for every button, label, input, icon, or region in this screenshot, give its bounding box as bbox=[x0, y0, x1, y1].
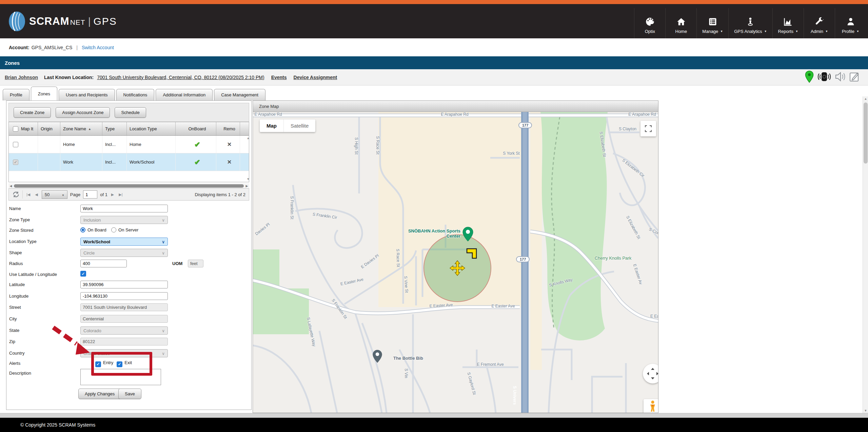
onboard-check-icon bbox=[194, 140, 200, 149]
zone-resize-handle-icon[interactable] bbox=[466, 246, 479, 259]
nav-item-profile[interactable]: Profile bbox=[835, 8, 866, 42]
page-vertical-scrollbar[interactable]: ▲ ▼ bbox=[863, 96, 868, 413]
fullscreen-button[interactable] bbox=[640, 121, 656, 136]
chevron-down-icon bbox=[162, 239, 165, 244]
scroll-up-arrow[interactable]: ▲ bbox=[246, 136, 251, 140]
snobahn-poi-pin[interactable] bbox=[462, 227, 474, 242]
column-header-origin[interactable]: Origin bbox=[38, 122, 60, 135]
nav-item-manage[interactable]: Manage bbox=[696, 8, 728, 42]
uom-input bbox=[188, 260, 203, 267]
client-name-link[interactable]: Brian Johnson bbox=[5, 75, 38, 80]
on-board-label: On Board bbox=[87, 227, 106, 232]
map-it-checkbox[interactable] bbox=[13, 142, 18, 147]
column-label: Map It bbox=[21, 126, 33, 131]
column-header-zone-name[interactable]: Zone Name bbox=[60, 122, 102, 135]
last-page-button[interactable]: ▶| bbox=[118, 192, 123, 197]
table-row-home[interactable]: Home Incl... Home bbox=[9, 136, 249, 153]
scroll-up-arrow[interactable]: ▲ bbox=[863, 97, 868, 100]
map-canvas[interactable]: 177 177 E Arapahoe RdE Arapahoe RdE Arap… bbox=[253, 112, 658, 413]
schedule-button[interactable]: Schedule bbox=[115, 107, 146, 118]
map-type-map-button[interactable]: Map bbox=[260, 119, 283, 132]
chevron-down-icon bbox=[162, 328, 165, 333]
prev-page-button[interactable]: ◀ bbox=[34, 192, 39, 197]
scramnet-gps-logo: SCRAMNET|GPS bbox=[8, 11, 117, 32]
bottom-scroll-strip[interactable] bbox=[0, 413, 868, 418]
cell-location-type: Home bbox=[127, 136, 176, 153]
column-header-remove[interactable]: Remo bbox=[216, 122, 240, 135]
description-textarea[interactable] bbox=[80, 369, 161, 385]
page-size-select[interactable]: 50 bbox=[42, 190, 67, 199]
scrollbar-thumb[interactable] bbox=[14, 184, 244, 188]
pagination-bar: |◀ ◀ 50 Page of 1 ▶ ▶| Displaying items … bbox=[8, 188, 249, 201]
refresh-icon[interactable] bbox=[12, 191, 20, 198]
device-assignment-link[interactable]: Device Assignment bbox=[294, 75, 337, 80]
entry-label: Entry bbox=[103, 360, 113, 365]
use-latlng-checkbox[interactable] bbox=[80, 271, 86, 277]
cell-zone-name: Home bbox=[60, 136, 102, 153]
switch-account-link[interactable]: Switch Account bbox=[82, 45, 114, 50]
nav-item-reports[interactable]: Reports bbox=[772, 8, 804, 42]
longitude-input[interactable] bbox=[80, 292, 168, 300]
page-number-input[interactable] bbox=[83, 190, 97, 199]
nav-item-home[interactable]: Home bbox=[665, 8, 696, 42]
pan-control[interactable] bbox=[643, 364, 658, 383]
save-button[interactable]: Save bbox=[118, 389, 141, 399]
account-bar: Account: GPS_AMSLive_CS | Switch Account bbox=[0, 38, 868, 56]
speaker-icon[interactable] bbox=[835, 71, 846, 82]
nav-item-admin[interactable]: Admin bbox=[804, 8, 835, 42]
scroll-down-arrow[interactable]: ▼ bbox=[246, 177, 251, 181]
on-server-radio[interactable] bbox=[111, 227, 116, 232]
nav-item-optix[interactable]: Optix bbox=[634, 8, 665, 42]
latitude-input[interactable] bbox=[80, 281, 168, 288]
location-pin-icon[interactable] bbox=[805, 71, 814, 83]
map-it-checkbox[interactable] bbox=[13, 159, 18, 165]
select-all-checkbox[interactable] bbox=[13, 126, 18, 132]
create-zone-button[interactable]: Create Zone bbox=[14, 107, 51, 118]
on-board-radio[interactable] bbox=[80, 227, 85, 232]
radius-input[interactable] bbox=[80, 260, 127, 267]
page-size-value: 50 bbox=[45, 192, 50, 197]
remove-zone-icon[interactable] bbox=[227, 159, 232, 165]
table-vertical-scrollbar[interactable]: ▲ ▼ bbox=[246, 136, 251, 181]
tab-users-and-recipients[interactable]: Users and Recipients bbox=[59, 89, 115, 100]
pegman-control[interactable] bbox=[644, 399, 658, 413]
column-header-type[interactable]: Type bbox=[102, 122, 127, 135]
zone-move-handle-icon[interactable] bbox=[449, 260, 466, 276]
entry-alert-checkbox[interactable] bbox=[95, 361, 101, 367]
scroll-down-arrow[interactable]: ▼ bbox=[863, 409, 868, 412]
scrollbar-thumb[interactable] bbox=[864, 102, 868, 164]
location-type-select[interactable]: Work/School bbox=[80, 238, 168, 246]
remove-zone-icon[interactable] bbox=[227, 141, 232, 148]
bottle-bib-poi-pin[interactable] bbox=[372, 350, 382, 363]
scroll-right-arrow[interactable]: ▶ bbox=[244, 184, 249, 188]
assign-account-zone-button[interactable]: Assign Account Zone bbox=[56, 107, 110, 118]
cell-type: Incl... bbox=[102, 153, 127, 171]
zone-type-label: Zone Type bbox=[9, 217, 30, 222]
scroll-left-arrow[interactable]: ◀ bbox=[8, 184, 13, 188]
column-header-onboard[interactable]: OnBoard bbox=[176, 122, 216, 135]
tab-profile[interactable]: Profile bbox=[3, 89, 29, 100]
exit-alert-checkbox[interactable] bbox=[117, 361, 122, 367]
first-page-button[interactable]: |◀ bbox=[25, 192, 31, 197]
last-known-location-link[interactable]: 7001 South University Boulevard, Centenn… bbox=[97, 75, 264, 80]
tab-case-management[interactable]: Case Management bbox=[214, 89, 265, 100]
edit-note-icon[interactable] bbox=[849, 71, 860, 82]
tab-zones[interactable]: Zones bbox=[31, 87, 57, 100]
apply-changes-button[interactable]: Apply Changes bbox=[78, 389, 121, 399]
next-page-button[interactable]: ▶ bbox=[110, 192, 115, 197]
table-row-work[interactable]: Work Incl... Work/School bbox=[9, 153, 249, 171]
device-signal-icon[interactable] bbox=[816, 71, 832, 82]
tab-notifications[interactable]: Notifications bbox=[116, 89, 155, 100]
name-input[interactable] bbox=[80, 205, 168, 212]
map-type-satellite-button[interactable]: Satellite bbox=[283, 119, 315, 132]
cell-type: Incl... bbox=[102, 136, 127, 153]
country-value: United States bbox=[83, 351, 110, 356]
fullscreen-icon bbox=[645, 125, 652, 132]
tab-additional-information[interactable]: Additional Information bbox=[156, 89, 213, 100]
column-header-location-type[interactable]: Location Type bbox=[127, 122, 176, 135]
table-horizontal-scrollbar[interactable]: ◀ ▶ bbox=[8, 183, 249, 188]
street-label: S Race St bbox=[395, 249, 401, 267]
nav-item-gps-analytics[interactable]: GPS Analytics bbox=[728, 8, 772, 42]
events-link[interactable]: Events bbox=[271, 75, 287, 80]
column-header-map-it[interactable]: Map It bbox=[9, 122, 38, 135]
